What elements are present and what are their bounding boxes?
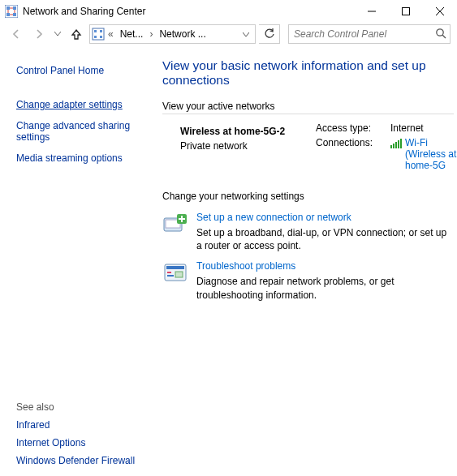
troubleshoot-desc: Diagnose and repair network problems, or… bbox=[196, 275, 451, 301]
access-type-value: Internet bbox=[390, 122, 424, 134]
search-input[interactable] bbox=[294, 28, 435, 40]
svg-rect-16 bbox=[94, 36, 97, 38]
search-box[interactable] bbox=[288, 24, 451, 44]
svg-point-18 bbox=[437, 28, 443, 35]
content-pane: View your basic network information and … bbox=[162, 49, 457, 476]
maximize-button[interactable] bbox=[389, 0, 423, 23]
setup-connection-item: Set up a new connection or network Set u… bbox=[162, 212, 457, 252]
sidebar-link-change-adapter[interactable]: Change adapter settings bbox=[16, 99, 153, 110]
setup-connection-icon bbox=[162, 212, 188, 238]
svg-rect-21 bbox=[393, 144, 394, 148]
network-name: Wireless at home-5G-2 bbox=[180, 126, 316, 137]
active-networks-header: View your active networks bbox=[162, 101, 454, 114]
svg-rect-15 bbox=[100, 30, 102, 32]
window-title: Network and Sharing Center bbox=[23, 6, 355, 17]
sidebar-link-media-streaming[interactable]: Media streaming options bbox=[16, 152, 153, 164]
close-button[interactable] bbox=[423, 0, 457, 23]
setup-connection-desc: Set up a broadband, dial-up, or VPN conn… bbox=[196, 226, 451, 252]
chevron-right-icon: › bbox=[148, 28, 154, 40]
sidebar: Control Panel Home Change adapter settin… bbox=[0, 49, 162, 476]
up-button[interactable] bbox=[67, 24, 86, 44]
svg-rect-34 bbox=[175, 272, 183, 277]
network-type: Private network bbox=[180, 140, 316, 152]
title-bar: Network and Sharing Center bbox=[0, 0, 457, 23]
see-also-firewall[interactable]: Windows Defender Firewall bbox=[16, 455, 153, 466]
sidebar-link-advanced-sharing[interactable]: Change advanced sharing settings bbox=[16, 120, 153, 143]
app-icon bbox=[5, 5, 18, 18]
refresh-button[interactable] bbox=[259, 24, 280, 44]
svg-rect-14 bbox=[94, 30, 97, 32]
svg-rect-4 bbox=[13, 13, 16, 16]
change-settings-header: Change your networking settings bbox=[162, 191, 454, 204]
svg-rect-32 bbox=[167, 272, 171, 273]
forward-button[interactable] bbox=[29, 24, 49, 44]
connection-link[interactable]: Wi-Fi (Wireless at home-5G bbox=[405, 137, 457, 171]
wifi-signal-icon bbox=[390, 137, 402, 150]
svg-rect-24 bbox=[400, 139, 402, 148]
see-also-internet-options[interactable]: Internet Options bbox=[16, 437, 153, 448]
svg-rect-23 bbox=[398, 140, 399, 148]
back-button[interactable] bbox=[6, 24, 26, 44]
see-also-label: See also bbox=[16, 401, 153, 413]
troubleshoot-link[interactable]: Troubleshoot problems bbox=[196, 260, 451, 272]
svg-rect-2 bbox=[13, 6, 16, 10]
svg-rect-3 bbox=[6, 13, 10, 16]
svg-rect-10 bbox=[403, 8, 410, 15]
svg-rect-1 bbox=[6, 6, 10, 10]
control-panel-home-link[interactable]: Control Panel Home bbox=[16, 65, 153, 76]
svg-rect-31 bbox=[166, 266, 184, 269]
search-icon[interactable] bbox=[435, 28, 446, 41]
svg-rect-20 bbox=[390, 145, 392, 148]
troubleshoot-icon bbox=[162, 260, 188, 286]
history-dropdown[interactable] bbox=[52, 32, 63, 36]
svg-rect-29 bbox=[179, 218, 185, 220]
setup-connection-link[interactable]: Set up a new connection or network bbox=[196, 212, 451, 223]
svg-rect-33 bbox=[167, 275, 174, 277]
active-network-block: Wireless at home-5G-2 Private network Ac… bbox=[162, 121, 457, 174]
chevron-left-icon: « bbox=[106, 28, 115, 40]
connections-label: Connections: bbox=[316, 137, 382, 148]
breadcrumb-seg-2[interactable]: Network ... bbox=[156, 28, 209, 40]
troubleshoot-item: Troubleshoot problems Diagnose and repai… bbox=[162, 260, 457, 301]
svg-rect-17 bbox=[100, 36, 102, 38]
access-type-label: Access type: bbox=[316, 122, 382, 134]
svg-rect-22 bbox=[395, 142, 397, 148]
page-title: View your basic network information and … bbox=[162, 58, 457, 88]
address-bar[interactable]: « Net... › Network ... bbox=[89, 24, 256, 44]
minimize-button[interactable] bbox=[355, 0, 389, 23]
see-also-infrared[interactable]: Infrared bbox=[16, 419, 153, 431]
nav-toolbar: « Net... › Network ... bbox=[0, 23, 457, 49]
address-dropdown-icon[interactable] bbox=[239, 30, 253, 39]
breadcrumb-seg-1[interactable]: Net... bbox=[117, 28, 147, 40]
svg-line-19 bbox=[442, 35, 446, 38]
address-icon bbox=[92, 28, 105, 41]
